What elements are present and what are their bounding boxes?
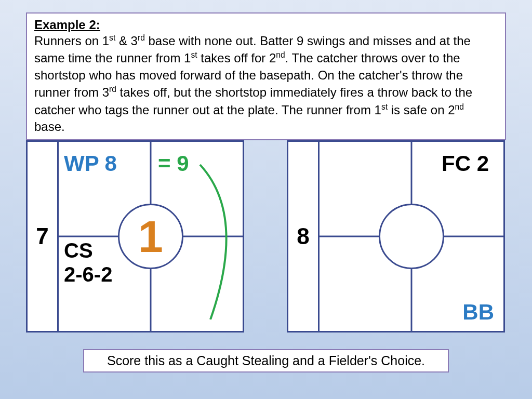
batter-number-right: 8: [288, 142, 320, 331]
scorebox-right: 8 FC 2 BB: [287, 140, 505, 332]
cs-play: 2-6-2: [64, 262, 112, 286]
out-circle: 1: [118, 204, 183, 269]
cross-area-right: FC 2 BB: [320, 142, 503, 331]
cross-area-left: 1 WP 8 = 9 CS 2-6-2: [59, 142, 243, 331]
footer-text: Score this as a Caught Stealing and a Fi…: [83, 349, 449, 373]
cs-label: CS: [64, 238, 93, 262]
example-body: Runners on 1st & 3rd base with none out.…: [34, 34, 472, 134]
out-circle-empty: [379, 204, 444, 269]
example-text-box: Example 2: Runners on 1st & 3rd base wit…: [26, 12, 506, 140]
example-title: Example 2:: [34, 18, 498, 32]
batter-number-left: 7: [28, 142, 59, 331]
scorebox-left: 7 1 WP 8 = 9 CS 2-6-2: [26, 140, 244, 332]
